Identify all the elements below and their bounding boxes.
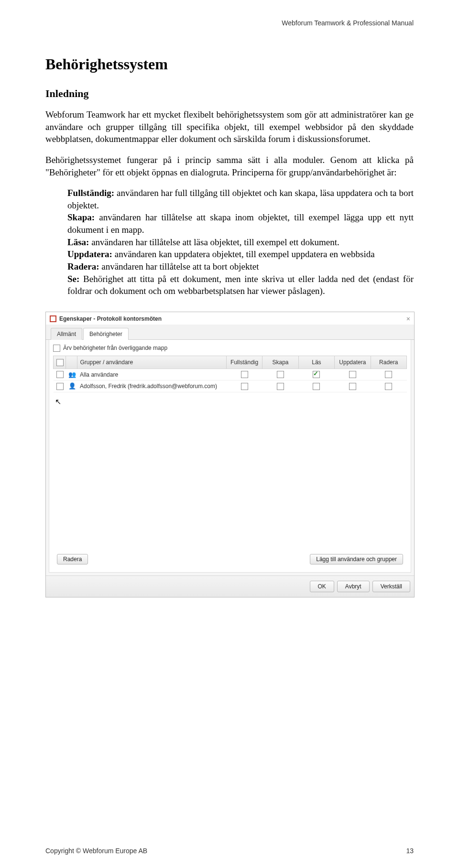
delete-button[interactable]: Radera <box>57 554 88 564</box>
table-empty-area: ↖ <box>53 397 407 550</box>
definition-text: Behörighet att titta på ett dokument, me… <box>67 274 414 296</box>
definition-item: Läsa: användaren har tillåtelse att läsa… <box>67 236 414 249</box>
row-select-checkbox[interactable] <box>56 383 64 390</box>
app-logo-icon <box>50 315 56 322</box>
table-row[interactable]: 👥 Alla användare <box>54 369 407 380</box>
tab-general[interactable]: Allmänt <box>51 328 82 340</box>
perm-read-checkbox[interactable] <box>313 383 320 390</box>
col-read[interactable]: Läs <box>298 356 334 369</box>
definition-term: Se: <box>67 274 79 284</box>
svg-rect-0 <box>50 316 56 322</box>
perm-read-checkbox[interactable] <box>313 371 320 378</box>
perm-full-checkbox[interactable] <box>241 371 248 378</box>
paragraph-intro-1: Webforum Teamwork har ett mycket flexibe… <box>45 108 414 145</box>
definition-item: Radera: användaren har tillåtelse att ta… <box>67 260 414 273</box>
definition-item: Se: Behörighet att titta på ett dokument… <box>67 273 414 297</box>
tab-permissions[interactable]: Behörigheter <box>83 328 129 340</box>
definition-text: användaren har tillåtelse att läsa objek… <box>89 237 339 247</box>
perm-create-checkbox[interactable] <box>277 371 284 378</box>
select-all-checkbox[interactable] <box>56 359 64 366</box>
definition-item: Skapa: användaren har tillåtelse att ska… <box>67 211 414 236</box>
definition-text: användaren har tillåtelse att skapa inom… <box>67 212 414 235</box>
definition-item: Uppdatera: användaren kan uppdatera obje… <box>67 248 414 260</box>
col-create[interactable]: Skapa <box>262 356 298 369</box>
apply-button[interactable]: Verkställ <box>372 581 410 592</box>
footer-page-number: 13 <box>406 847 414 855</box>
close-icon[interactable]: × <box>406 315 410 323</box>
definition-list: Fullständig: användaren har full tillgån… <box>67 187 414 297</box>
permissions-dialog: Egenskaper - Protokoll kontorsmöten × Al… <box>45 312 415 597</box>
footer-copyright: Copyright © Webforum Europe AB <box>45 847 147 855</box>
col-delete[interactable]: Radera <box>371 356 406 369</box>
table-row[interactable]: 👤 Adolfsson, Fredrik (fredrik.adolfsson@… <box>54 380 407 392</box>
row-select-checkbox[interactable] <box>56 371 64 378</box>
definition-term: Skapa: <box>67 212 95 222</box>
col-update[interactable]: Uppdatera <box>335 356 371 369</box>
doc-header: Webforum Teamwork & Professional Manual <box>45 19 414 27</box>
permissions-table: Grupper / användare Fullständig Skapa Lä… <box>53 356 407 392</box>
col-name[interactable]: Grupper / användare <box>77 356 226 369</box>
definition-text: användaren kan uppdatera objektet, till … <box>112 249 375 259</box>
definition-term: Fullständig: <box>67 188 114 198</box>
inherit-label: Ärv behörigheter från överliggande mapp <box>63 345 167 351</box>
definition-text: användaren har full tillgång till objekt… <box>67 188 414 210</box>
perm-full-checkbox[interactable] <box>241 383 248 390</box>
cancel-button[interactable]: Avbryt <box>337 581 370 592</box>
perm-create-checkbox[interactable] <box>277 383 284 390</box>
heading-1: Behörighetssystem <box>45 55 414 73</box>
cursor-icon: ↖ <box>55 397 407 406</box>
perm-update-checkbox[interactable] <box>349 383 356 390</box>
ok-button[interactable]: OK <box>310 581 334 592</box>
inherit-checkbox[interactable] <box>53 345 60 352</box>
perm-delete-checkbox[interactable] <box>385 383 392 390</box>
perm-update-checkbox[interactable] <box>349 371 356 378</box>
col-full[interactable]: Fullständig <box>226 356 262 369</box>
definition-item: Fullständig: användaren har full tillgån… <box>67 187 414 211</box>
row-name: Adolfsson, Fredrik (fredrik.adolfsson@we… <box>77 380 226 392</box>
paragraph-intro-2: Behörighetssystemet fungerar på i princi… <box>45 154 414 178</box>
row-name: Alla användare <box>77 369 226 380</box>
user-icon: 👤 <box>68 383 76 389</box>
heading-2: Inledning <box>45 87 414 100</box>
definition-term: Radera: <box>67 261 99 271</box>
definition-term: Läsa: <box>67 237 89 247</box>
dialog-title: Egenskaper - Protokoll kontorsmöten <box>59 315 406 322</box>
perm-delete-checkbox[interactable] <box>385 371 392 378</box>
group-icon: 👥 <box>68 371 76 378</box>
definition-text: användaren har tillåtelse att ta bort ob… <box>99 261 259 271</box>
add-users-groups-button[interactable]: Lägg till användare och grupper <box>310 554 403 564</box>
definition-term: Uppdatera: <box>67 249 112 259</box>
